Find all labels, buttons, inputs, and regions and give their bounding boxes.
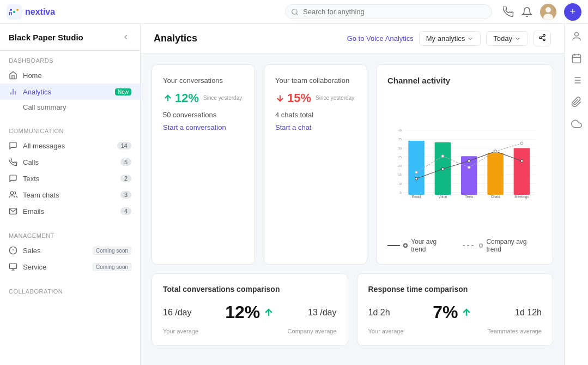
svg-rect-46 xyxy=(514,148,530,194)
conversations-card-label: Your conversations xyxy=(163,76,244,86)
sidebar-item-call-summary[interactable]: Call summary xyxy=(0,100,140,115)
your-avg-val: 16 /day xyxy=(163,308,191,318)
calendar-rail-icon[interactable] xyxy=(571,52,583,64)
response-time-title: Response time comparison xyxy=(368,285,542,294)
teamchats-icon xyxy=(9,190,17,199)
sidebar-item-emails[interactable]: Emails 4 xyxy=(0,203,140,219)
start-conversation-link[interactable]: Start a conversation xyxy=(163,123,244,131)
svg-point-3 xyxy=(13,11,15,13)
up-arrow-icon xyxy=(163,93,173,103)
svg-text:Email: Email xyxy=(412,195,421,199)
collaboration-card: Your team collaboration 15% Since yester… xyxy=(264,64,367,265)
svg-text:15: 15 xyxy=(398,173,402,176)
svg-rect-15 xyxy=(9,264,16,268)
my-analytics-dropdown[interactable]: My analytics xyxy=(419,31,481,46)
calls-label: Calls xyxy=(23,158,115,166)
company-avg-val: 13 /day xyxy=(308,308,336,318)
svg-point-61 xyxy=(415,171,418,173)
response-your-avg-col: 1d 2h xyxy=(368,308,390,318)
channel-chart: 40 35 30 25 20 15 10 5 xyxy=(387,92,542,234)
svg-point-53 xyxy=(441,167,444,170)
service-label: Service xyxy=(23,263,85,271)
svg-point-4 xyxy=(16,9,19,11)
your-avg-legend: Your avg trend xyxy=(387,238,452,253)
avatar[interactable] xyxy=(540,4,556,20)
total-conv-title: Total conversations comparison xyxy=(163,285,337,294)
analytics-new-badge: New xyxy=(115,88,131,95)
nav-actions: + xyxy=(503,3,581,21)
cloud-rail-icon[interactable] xyxy=(571,118,583,130)
svg-rect-45 xyxy=(487,153,503,195)
top-navigation: n nextiva + xyxy=(0,0,588,24)
response-pct-col: 7% xyxy=(433,302,472,322)
sidebar-item-texts[interactable]: Texts 2 xyxy=(0,170,140,187)
search-input[interactable] xyxy=(285,4,492,19)
svg-point-56 xyxy=(520,160,523,163)
percent-col: 12% xyxy=(225,302,274,322)
svg-line-21 xyxy=(541,38,543,39)
sidebar-item-analytics[interactable]: Analytics New xyxy=(0,83,140,100)
svg-text:5: 5 xyxy=(400,191,402,194)
add-button[interactable]: + xyxy=(564,3,581,21)
svg-point-6 xyxy=(545,7,551,13)
logo: n nextiva xyxy=(7,4,55,20)
sidebar-item-sales[interactable]: Sales Coming soon xyxy=(0,242,140,259)
your-avg-label: Your average xyxy=(163,328,198,334)
dashboards-section: Dashboards Home Analytics New Call summa… xyxy=(0,51,140,121)
texts-label: Texts xyxy=(23,175,115,183)
svg-point-20 xyxy=(543,39,545,41)
svg-text:Voice: Voice xyxy=(438,195,447,199)
company-avg-line xyxy=(463,245,475,246)
phone-icon[interactable] xyxy=(503,7,514,17)
chevron-down-icon-2 xyxy=(514,35,521,42)
main-header: Analytics Go to Voice Analytics My analy… xyxy=(141,24,564,53)
sales-label: Sales xyxy=(23,247,85,255)
total-conv-labels: Your average Company average xyxy=(163,328,337,334)
voice-analytics-button[interactable]: Go to Voice Analytics xyxy=(347,34,414,43)
communication-label: Communication xyxy=(0,128,140,137)
right-rail xyxy=(564,24,588,365)
home-icon xyxy=(9,71,17,80)
person-rail-icon[interactable] xyxy=(571,31,583,43)
share-button[interactable] xyxy=(534,31,551,46)
svg-text:Chats: Chats xyxy=(491,195,500,199)
calls-badge: 5 xyxy=(120,158,131,166)
dashboards-label: Dashboards xyxy=(0,57,140,67)
sidebar-item-calls[interactable]: Calls 5 xyxy=(0,154,140,170)
channel-activity-card: Channel activity xyxy=(376,64,553,265)
svg-text:30: 30 xyxy=(398,147,402,150)
svg-point-18 xyxy=(543,34,545,36)
paperclip-rail-icon[interactable] xyxy=(571,96,583,108)
bell-icon[interactable] xyxy=(522,7,532,17)
nextiva-logo-icon: n xyxy=(7,4,22,20)
sidebar-item-all-messages[interactable]: All messages 14 xyxy=(0,137,140,154)
start-chat-link[interactable]: Start a chat xyxy=(275,123,356,131)
texts-icon xyxy=(9,174,17,183)
sidebar-item-home[interactable]: Home xyxy=(0,67,140,83)
search-container xyxy=(285,4,492,19)
sidebar-collapse-button[interactable] xyxy=(120,32,131,43)
today-dropdown[interactable]: Today xyxy=(486,31,528,46)
total-pct-up-icon xyxy=(263,307,274,318)
svg-text:Meetings: Meetings xyxy=(514,195,529,199)
emails-label: Emails xyxy=(23,207,115,216)
share-icon xyxy=(538,34,546,41)
main-content: Analytics Go to Voice Analytics My analy… xyxy=(141,24,564,365)
conversations-count: 50 conversations xyxy=(163,111,244,119)
svg-line-22 xyxy=(541,36,543,37)
response-your-avg-val: 1d 2h xyxy=(368,308,390,318)
company-avg-col: 13 /day xyxy=(308,308,336,318)
svg-point-54 xyxy=(468,160,470,163)
response-pct-up-icon xyxy=(461,307,472,318)
sidebar-item-team-chats[interactable]: Team chats 3 xyxy=(0,187,140,203)
svg-text:20: 20 xyxy=(398,164,402,167)
list-rail-icon[interactable] xyxy=(571,74,583,86)
sidebar-item-service[interactable]: Service Coming soon xyxy=(0,259,140,275)
sidebar-header: Black Paper Studio xyxy=(0,24,140,51)
collaboration-section: Collaboration xyxy=(0,282,140,304)
workspace-name: Black Paper Studio xyxy=(9,33,83,42)
svg-point-64 xyxy=(494,150,497,153)
calls-icon xyxy=(9,158,17,166)
team-chats-badge: 3 xyxy=(120,191,131,199)
svg-point-2 xyxy=(10,9,12,11)
